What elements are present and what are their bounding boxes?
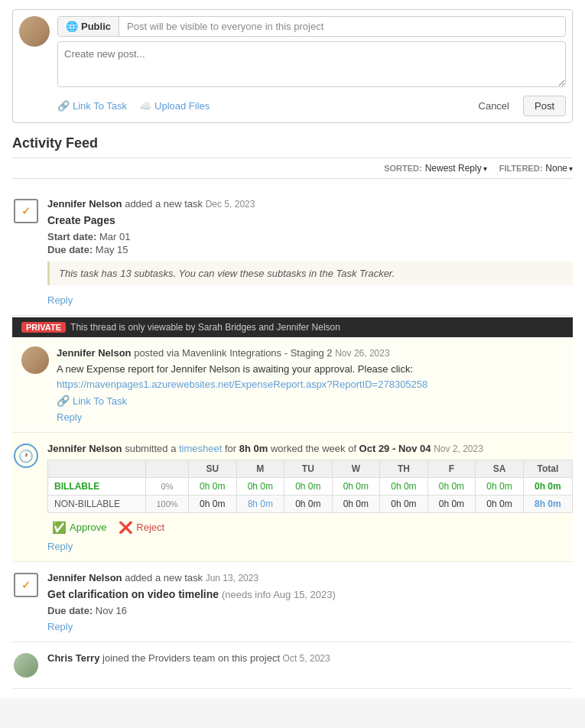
billable-w: 0h 0m — [332, 477, 380, 495]
feed-action-3b: for — [225, 443, 239, 454]
timesheet-table: SU M TU W TH F SA Total BILLABLE 0% 0h 0 — [47, 460, 573, 513]
timesheet-icon-area: 🕐 — [12, 442, 40, 470]
filter-value-text: None — [545, 163, 567, 174]
billable-total: 0h 0m — [523, 477, 572, 495]
col-header-th: TH — [380, 460, 428, 477]
reply-button-2[interactable]: Reply — [57, 411, 82, 423]
billable-th: 0h 0m — [380, 477, 428, 495]
feed-item-timesheet: 🕐 Jennifer Nelson submitted a timesheet … — [12, 433, 573, 561]
feed-meta-create-pages: Jennifer Nelson added a new task Dec 5, … — [47, 197, 573, 211]
feed-date-5: Oct 5, 2023 — [283, 653, 330, 664]
billable-m: 0h 0m — [236, 477, 284, 495]
reply-button-1[interactable]: Reply — [47, 294, 73, 306]
due-date-row: Due date: May 15 — [47, 244, 573, 255]
link-icon-2: 🔗 — [57, 395, 70, 407]
feed-meta-clarification: Jennifer Nelson added a new task Jun 13,… — [47, 571, 573, 585]
task-name-clarification: Get clarification on video timeline (nee… — [47, 588, 573, 600]
feed-action-2: posted via Mavenlink Integrations - Stag… — [134, 347, 335, 359]
col-header-w: W — [332, 460, 380, 477]
feed-action-5: joined the Providers team on this projec… — [102, 652, 283, 664]
billable-pct: 0% — [145, 477, 188, 495]
feed-action-1: added a new task — [125, 198, 206, 210]
feed-user-1: Jennifer Nelson — [47, 198, 122, 210]
reject-button[interactable]: ❌ Reject — [114, 519, 169, 536]
private-banner: PRIVATE This thread is only viewable by … — [12, 317, 573, 337]
due-date-row-2: Due date: Nov 16 — [47, 605, 573, 616]
nonbillable-pct: 100% — [145, 495, 188, 512]
reply-button-4[interactable]: Reply — [47, 621, 73, 632]
sort-value[interactable]: Newest Reply ▾ — [425, 163, 487, 174]
globe-icon: 🌐 — [66, 21, 78, 32]
feed-user-3: Jennifer Nelson — [47, 443, 122, 454]
private-badge: PRIVATE — [21, 322, 66, 333]
task-checkmark-icon-2 — [14, 573, 38, 597]
task-name-create-pages: Create Pages — [47, 214, 573, 226]
feed-date-1: Dec 5, 2023 — [206, 199, 255, 210]
feed-date-3: Nov 2, 2023 — [434, 444, 483, 454]
expense-report-link[interactable]: https://mavenpages1.azurewebsites.net/Ex… — [57, 379, 427, 390]
feed-user-5: Chris Terry — [47, 652, 99, 664]
feed-body-chris: Chris Terry joined the Providers team on… — [47, 652, 573, 679]
public-label: 🌐 Public — [58, 17, 119, 36]
approve-icon: ✅ — [52, 521, 67, 535]
timesheet-approval-buttons: ✅ Approve ❌ Reject — [47, 519, 573, 536]
reject-icon: ❌ — [119, 521, 133, 535]
feed-meta-private: Jennifer Nelson posted via Mavenlink Int… — [57, 346, 564, 360]
sort-control: SORTED: Newest Reply ▾ — [384, 163, 487, 174]
task-checkmark-icon — [14, 199, 38, 223]
public-text: Public — [81, 21, 111, 32]
nonbillable-tu: 0h 0m — [284, 495, 333, 512]
nonbillable-w: 0h 0m — [332, 495, 380, 512]
reject-label: Reject — [136, 522, 164, 533]
needs-info-badge: (needs info Aug 15, 2023) — [222, 589, 336, 600]
filter-value[interactable]: None ▾ — [545, 163, 573, 174]
feed-user-4: Jennifer Nelson — [47, 572, 122, 583]
post-actions: 🔗 Link To Task ☁️ Upload Files Cancel Po… — [57, 96, 566, 116]
nonbillable-th: 0h 0m — [380, 495, 428, 512]
task-icon-area — [12, 197, 40, 225]
table-row-billable: BILLABLE 0% 0h 0m 0h 0m 0h 0m 0h 0m 0h 0… — [48, 477, 573, 495]
timesheet-link[interactable]: timesheet — [179, 443, 222, 454]
task-note-1: This task has 13 subtasks. You can view … — [47, 262, 573, 285]
nonbillable-total: 8h 0m — [523, 495, 572, 512]
col-header-total: Total — [523, 460, 572, 477]
feed-body-private: Jennifer Nelson posted via Mavenlink Int… — [57, 346, 564, 423]
feed-item-private: Jennifer Nelson posted via Mavenlink Int… — [12, 337, 573, 433]
feed-action-4: added a new task — [125, 572, 206, 583]
reply-button-3[interactable]: Reply — [47, 541, 73, 552]
post-textarea[interactable] — [57, 41, 566, 87]
feed-user-2: Jennifer Nelson — [57, 347, 132, 359]
nonbillable-sa: 0h 0m — [476, 495, 524, 512]
link-icon: 🔗 — [57, 100, 70, 112]
private-message: A new Expense report for Jennifer Nelson… — [57, 363, 564, 375]
feed-meta-chris: Chris Terry joined the Providers team on… — [47, 652, 573, 665]
post-buttons: Cancel Post — [471, 96, 566, 116]
cancel-button[interactable]: Cancel — [471, 96, 517, 116]
col-header-tu: TU — [284, 460, 333, 477]
visibility-selector[interactable]: 🌐 Public Post will be visible to everyon… — [57, 16, 566, 37]
chris-avatar-area — [12, 652, 40, 679]
upload-files-button[interactable]: ☁️ Upload Files — [139, 100, 210, 112]
link-to-task-label: Link To Task — [73, 100, 127, 112]
feed-item-create-pages: Jennifer Nelson added a new task Dec 5, … — [12, 188, 573, 316]
nonbillable-label: NON-BILLABLE — [48, 495, 146, 512]
post-box: 🌐 Public Post will be visible to everyon… — [12, 9, 573, 123]
link-to-task-button-2[interactable]: Link To Task — [73, 395, 127, 407]
timesheet-hours: 8h 0m — [239, 443, 268, 454]
link-to-task-row: 🔗 Link To Task — [57, 395, 564, 407]
start-date-row: Start date: Mar 01 — [47, 231, 573, 242]
approve-button[interactable]: ✅ Approve — [47, 519, 111, 536]
feed-controls: SORTED: Newest Reply ▾ FILTERED: None ▾ — [12, 158, 573, 179]
post-button[interactable]: Post — [523, 96, 566, 116]
jennifer-avatar-2 — [21, 346, 49, 374]
feed-action-3c: worked the week of — [271, 443, 359, 454]
post-links: 🔗 Link To Task ☁️ Upload Files — [57, 100, 210, 112]
nonbillable-f: 0h 0m — [427, 495, 476, 512]
chris-terry-avatar — [14, 653, 38, 678]
clock-icon: 🕐 — [14, 444, 38, 468]
link-to-task-button[interactable]: 🔗 Link To Task — [57, 100, 127, 112]
feed-body-create-pages: Jennifer Nelson added a new task Dec 5, … — [47, 197, 573, 306]
private-text: This thread is only viewable by Sarah Br… — [70, 322, 340, 333]
billable-sa: 0h 0m — [476, 477, 524, 495]
col-header-empty2 — [145, 460, 188, 477]
